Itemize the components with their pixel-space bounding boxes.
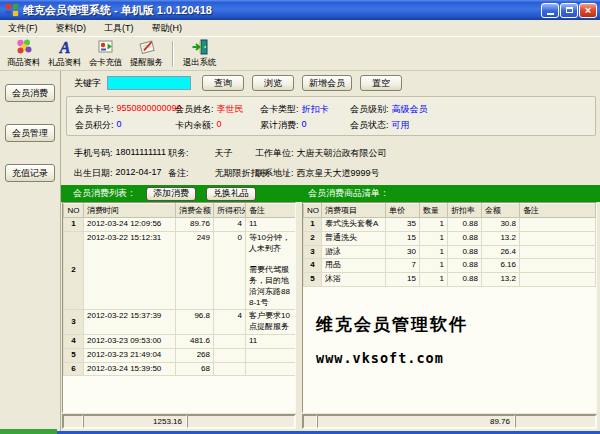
cell — [520, 231, 596, 245]
cell: 1 — [420, 245, 448, 259]
search-input[interactable] — [107, 76, 191, 90]
cell: 游泳 — [322, 245, 386, 259]
card-no-label: 会员卡号: — [75, 103, 114, 116]
exit-icon — [191, 38, 209, 56]
restore-button[interactable] — [560, 3, 578, 18]
table-row[interactable]: 1泰式洗头套餐A3510.8830.8 — [304, 218, 596, 232]
minimize-button[interactable] — [541, 3, 559, 18]
watermark: 维克会员管理软件 www.vksoft.com — [316, 313, 468, 366]
points-label: 会员积分: — [75, 119, 114, 132]
consume-total-value: 1253.16 — [83, 415, 187, 428]
column-header: NO — [304, 204, 322, 218]
cell: 等10分钟，人未到齐 需要代驾服务，目的地沿河东路888-1号 — [246, 231, 296, 310]
tables-area: NO消费时间消费金额所得积分备注12012-03-24 12:09:5689.7… — [62, 202, 597, 413]
note-label: 备注: — [168, 167, 189, 180]
table-row[interactable]: 5沐浴1510.8813.2 — [304, 273, 596, 287]
total-cell-empty — [63, 415, 83, 428]
exchange-gift-button[interactable]: 兑换礼品 — [206, 187, 256, 201]
cell — [520, 259, 596, 273]
cell — [246, 348, 296, 362]
member-level-value: 高级会员 — [392, 103, 428, 116]
cell: 3 — [64, 310, 84, 335]
cell: 0.88 — [448, 218, 482, 232]
toolbar-exit-button[interactable]: 退出系统 — [179, 38, 220, 69]
column-header: 消费时间 — [84, 204, 176, 218]
cell: 268 — [176, 348, 214, 362]
window-bottom-border — [0, 429, 600, 434]
total-cell-empty — [515, 415, 596, 428]
menu-item-tools[interactable]: 工具(T) — [104, 22, 134, 35]
table-row[interactable]: 12012-03-24 12:09:5689.76411 — [64, 218, 296, 232]
cell: 0 — [214, 231, 246, 310]
job-value: 天子 — [215, 147, 233, 160]
cell: 普通洗头 — [322, 231, 386, 245]
cell: 0.88 — [448, 273, 482, 287]
totals-bar: 1253.16 89.76 — [62, 414, 597, 429]
bottom-green-segment — [0, 429, 57, 434]
cell: 用品 — [322, 259, 386, 273]
member-info-panel: 会员卡号:9550800000099 会员姓名:李世民 会卡类型:折扣卡 会员级… — [66, 96, 596, 136]
cell: 481.6 — [176, 334, 214, 348]
table-row[interactable]: 62012-03-24 15:39:5068 — [64, 362, 296, 376]
table-row[interactable]: 22012-03-22 15:12:312490等10分钟，人未到齐 需要代驾服… — [64, 231, 296, 310]
browse-button[interactable]: 浏览 — [252, 75, 294, 91]
search-row: 关键字 查询 浏览 新增会员 置空 — [61, 71, 600, 95]
cell: 6 — [64, 362, 84, 376]
table-row[interactable]: 2普通洗头1510.8813.2 — [304, 231, 596, 245]
toolbar-recharge-button[interactable]: 会卡充值 — [85, 38, 126, 69]
sidebar-item-recharge-records[interactable]: 充值记录 — [5, 164, 55, 182]
menu-item-data[interactable]: 资料(D) — [56, 22, 87, 35]
add-member-button[interactable]: 新增会员 — [302, 75, 352, 91]
query-button[interactable]: 查询 — [202, 75, 244, 91]
cell: 6.16 — [482, 259, 520, 273]
sidebar-item-member-consume[interactable]: 会员消费 — [5, 84, 55, 102]
card-recharge-icon — [97, 38, 115, 56]
cell: 11 — [246, 218, 296, 232]
toolbar-goods-button[interactable]: 商品资料 — [3, 38, 44, 69]
title-bar: 维克会员管理系统 - 单机版 1.0.120418 × — [0, 0, 600, 20]
toolbar: 商品资料 A 礼品资料 会卡充值 提醒服务 退出系统 — [0, 37, 600, 71]
cell: 1 — [420, 273, 448, 287]
close-button[interactable]: × — [579, 3, 597, 18]
table-row[interactable]: 3游泳3010.8826.4 — [304, 245, 596, 259]
cell: 2012-03-23 09:53:00 — [84, 334, 176, 348]
toolbar-separator — [172, 41, 174, 67]
cell: 泰式洗头套餐A — [322, 218, 386, 232]
cell: 客户要求10点提醒服务 — [246, 310, 296, 335]
table-row[interactable]: 4用品710.886.16 — [304, 259, 596, 273]
cell: 4 — [304, 259, 322, 273]
cell: 13.2 — [482, 231, 520, 245]
address-value: 西京皇天大道9999号 — [297, 167, 380, 180]
minimize-icon — [547, 13, 554, 15]
cell: 4 — [64, 334, 84, 348]
cell: 30 — [386, 245, 420, 259]
main-panel: 关键字 查询 浏览 新增会员 置空 会员卡号:9550800000099 会员姓… — [61, 71, 600, 434]
table-row[interactable]: 42012-03-23 09:53:00481.611 — [64, 334, 296, 348]
menu-item-file[interactable]: 文件(F) — [8, 22, 38, 35]
toolbar-label: 退出系统 — [183, 57, 216, 69]
cell: 4 — [214, 218, 246, 232]
member-level-label: 会员级别: — [350, 103, 389, 116]
birth-value: 2012-04-17 — [116, 167, 162, 180]
column-header: 消费金额 — [176, 204, 214, 218]
phone-value: 18011111111 — [116, 147, 166, 160]
cell — [520, 218, 596, 232]
cell — [214, 334, 246, 348]
cell: 2 — [304, 231, 322, 245]
add-consume-button[interactable]: 添加消费 — [146, 187, 196, 201]
total-cell-empty — [187, 415, 295, 428]
table-row[interactable]: 52012-03-23 21:49:04268 — [64, 348, 296, 362]
cell: 89.76 — [176, 218, 214, 232]
clear-button[interactable]: 置空 — [360, 75, 402, 91]
content-area: 会员消费 会员管理 充值记录 关键字 查询 浏览 新增会员 置空 会员卡号:95… — [0, 71, 600, 434]
restore-icon — [566, 7, 573, 13]
sidebar-item-member-manage[interactable]: 会员管理 — [5, 124, 55, 142]
menu-item-help[interactable]: 帮助(H) — [152, 22, 183, 35]
card-no-value: 9550800000099 — [117, 103, 182, 116]
toolbar-reminder-button[interactable]: 提醒服务 — [126, 38, 167, 69]
column-header: 所得积分 — [214, 204, 246, 218]
column-header: NO — [64, 204, 84, 218]
table-row[interactable]: 32012-03-22 15:37:3996.84客户要求10点提醒服务 — [64, 310, 296, 335]
toolbar-gifts-button[interactable]: A 礼品资料 — [44, 38, 85, 69]
reminder-icon — [138, 38, 156, 56]
